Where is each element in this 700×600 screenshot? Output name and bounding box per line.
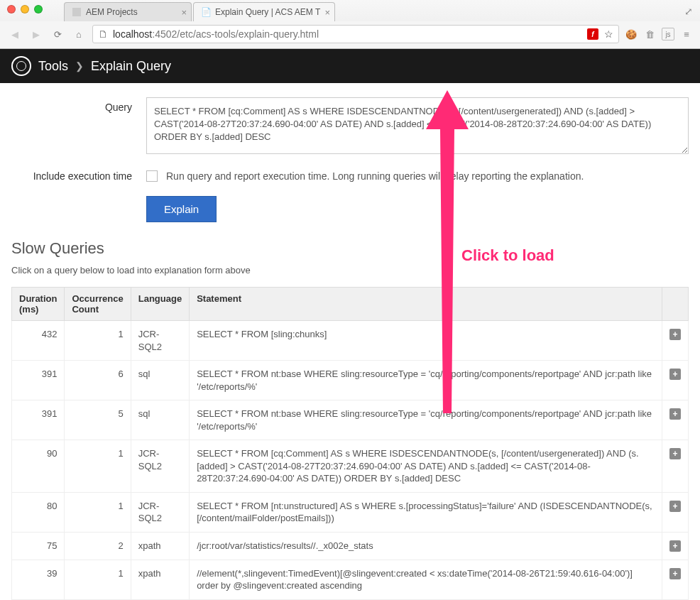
cell-action: + — [662, 560, 689, 599]
table-row[interactable]: 3916sqlSELECT * FROM nt:base WHERE sling… — [12, 361, 689, 400]
cell-statement: //element(*,slingevent:TimedEvent)[@slin… — [190, 560, 662, 599]
cell-duration: 391 — [12, 361, 65, 400]
page-content: Query Include execution time Run query a… — [0, 83, 700, 600]
cell-language: JCR-SQL2 — [131, 321, 189, 361]
cell-action: + — [662, 440, 689, 493]
col-header-language[interactable]: Language — [131, 288, 189, 321]
app-header: Tools ❯ Explain Query — [0, 49, 700, 83]
browser-tab-aem-projects[interactable]: AEM Projects × — [64, 2, 192, 21]
cell-statement: SELECT * FROM nt:base WHERE sling:resour… — [190, 361, 662, 400]
cell-language: JCR-SQL2 — [131, 492, 189, 532]
cell-occurrence: 6 — [65, 361, 131, 400]
extension-icons: 🍪 🗑 js ≡ — [625, 28, 693, 40]
cell-statement: SELECT * FROM [cq:Comment] AS s WHERE IS… — [190, 440, 662, 493]
cell-occurrence: 1 — [65, 560, 131, 599]
col-header-occurrence[interactable]: Occurrence Count — [65, 288, 131, 321]
cell-language: xpath — [131, 533, 189, 560]
query-textarea[interactable] — [146, 97, 689, 154]
query-label: Query — [11, 97, 146, 113]
close-icon[interactable]: × — [324, 7, 330, 18]
plus-icon[interactable]: + — [669, 369, 681, 380]
browser-tab-explain-query[interactable]: 📄 Explain Query | ACS AEM T × — [193, 2, 335, 21]
slow-queries-table: Duration (ms) Occurrence Count Language … — [11, 287, 689, 600]
plus-icon[interactable]: + — [669, 568, 681, 579]
favicon-icon — [72, 7, 82, 17]
chevron-right-icon: ❯ — [75, 60, 84, 72]
submit-row: Explain — [11, 196, 689, 222]
window-zoom-button[interactable] — [34, 5, 43, 13]
explain-button[interactable]: Explain — [146, 196, 217, 222]
exec-time-label: Include execution time — [11, 170, 146, 182]
cell-occurrence: 5 — [65, 400, 131, 440]
traffic-lights — [0, 0, 50, 18]
cell-duration: 75 — [12, 533, 65, 560]
exec-time-row: Include execution time Run query and rep… — [11, 170, 689, 182]
browser-tabs: AEM Projects × 📄 Explain Query | ACS AEM… — [0, 0, 700, 21]
breadcrumb-current: Explain Query — [91, 59, 171, 74]
col-header-statement[interactable]: Statement — [190, 288, 662, 321]
cell-action: + — [662, 361, 689, 400]
app-logo-icon[interactable] — [11, 56, 31, 76]
table-row[interactable]: 3915sqlSELECT * FROM nt:base WHERE sling… — [12, 400, 689, 440]
breadcrumb-root[interactable]: Tools — [38, 59, 68, 74]
url-port: :4502 — [152, 28, 177, 40]
slow-queries-subtitle: Click on a query below to load into expl… — [11, 265, 689, 276]
cell-occurrence: 2 — [65, 533, 131, 560]
cell-duration: 80 — [12, 492, 65, 532]
col-header-action — [662, 288, 689, 321]
url-host: localhost — [113, 28, 152, 40]
cell-action: + — [662, 533, 689, 560]
plus-icon[interactable]: + — [669, 540, 681, 552]
cell-duration: 90 — [12, 440, 65, 493]
cell-statement: SELECT * FROM [sling:chunks] — [190, 321, 662, 361]
slow-queries-heading: Slow Queries — [11, 239, 689, 258]
back-button[interactable]: ◀ — [7, 26, 23, 42]
cell-language: sql — [131, 400, 189, 440]
browser-toolbar: ◀ ▶ ⟳ ⌂ 🗋 localhost:4502/etc/acs-tools/e… — [0, 21, 700, 48]
plus-icon[interactable]: + — [669, 448, 681, 459]
table-row[interactable]: 4321JCR-SQL2SELECT * FROM [sling:chunks]… — [12, 321, 689, 361]
forward-button[interactable]: ▶ — [28, 26, 44, 42]
table-row[interactable]: 752xpath/jcr:root/var/statistics/results… — [12, 533, 689, 560]
cell-duration: 391 — [12, 400, 65, 440]
home-button[interactable]: ⌂ — [71, 26, 87, 42]
browser-chrome: ⤢ AEM Projects × 📄 Explain Query | ACS A… — [0, 0, 700, 49]
cell-action: + — [662, 492, 689, 532]
exec-time-description: Run query and report execution time. Lon… — [166, 170, 584, 182]
cell-occurrence: 1 — [65, 492, 131, 532]
cookie-icon[interactable]: 🍪 — [625, 28, 638, 40]
col-header-duration[interactable]: Duration (ms) — [12, 288, 65, 321]
close-icon[interactable]: × — [181, 7, 187, 18]
plus-icon[interactable]: + — [669, 501, 681, 512]
favicon-icon: 📄 — [201, 7, 211, 17]
window-minimize-button[interactable] — [21, 5, 29, 13]
address-bar[interactable]: 🗋 localhost:4502/etc/acs-tools/explain-q… — [92, 25, 619, 43]
cell-action: + — [662, 400, 689, 440]
plus-icon[interactable]: + — [669, 408, 681, 420]
cell-language: sql — [131, 361, 189, 400]
plus-icon[interactable]: + — [669, 329, 681, 340]
exec-time-checkbox[interactable] — [146, 170, 158, 182]
cell-action: + — [662, 321, 689, 361]
cell-language: JCR-SQL2 — [131, 440, 189, 493]
cell-occurrence: 1 — [65, 440, 131, 493]
flash-icon[interactable]: f — [587, 28, 598, 40]
tab-title: Explain Query | ACS AEM T — [215, 7, 320, 17]
bookmark-star-icon[interactable]: ☆ — [603, 28, 614, 40]
annotation-text: Click to load — [461, 246, 554, 265]
fullscreen-icon[interactable]: ⤢ — [684, 6, 693, 17]
table-row[interactable]: 901JCR-SQL2SELECT * FROM [cq:Comment] AS… — [12, 440, 689, 493]
query-row: Query — [11, 97, 689, 156]
table-row[interactable]: 801JCR-SQL2SELECT * FROM [nt:unstructure… — [12, 492, 689, 532]
cell-duration: 432 — [12, 321, 65, 361]
cell-statement: /jcr:root/var/statistics/results//._x002… — [190, 533, 662, 560]
cell-statement: SELECT * FROM [nt:unstructured] AS s WHE… — [190, 492, 662, 532]
reload-button[interactable]: ⟳ — [50, 26, 65, 42]
menu-icon[interactable]: ≡ — [680, 28, 693, 40]
cell-duration: 39 — [12, 560, 65, 599]
tab-title: AEM Projects — [86, 7, 138, 17]
bucket-icon[interactable]: 🗑 — [643, 28, 656, 40]
table-row[interactable]: 391xpath//element(*,slingevent:TimedEven… — [12, 560, 689, 599]
window-close-button[interactable] — [7, 5, 16, 13]
js-icon[interactable]: js — [662, 28, 674, 40]
